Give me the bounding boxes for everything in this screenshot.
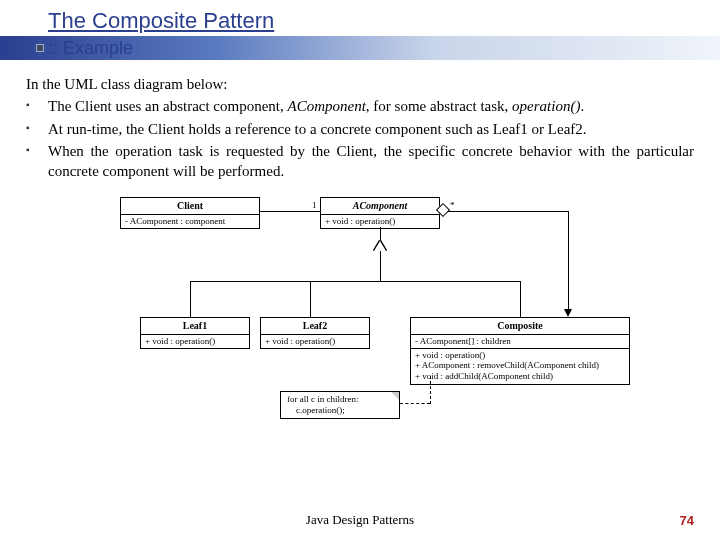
bullet-item: The Client uses an abstract component, A…: [48, 96, 694, 116]
uml-line: [448, 211, 568, 212]
uml-line: [310, 281, 311, 317]
uml-multiplicity: 1: [312, 199, 317, 211]
uml-line: [568, 211, 569, 311]
uml-note-link: [430, 376, 431, 404]
uml-class-acomponent: AComponent + void : operation(): [320, 197, 440, 228]
subtitle-bar: :: Example: [0, 36, 720, 60]
page-title: The Composite Pattern: [48, 8, 720, 34]
content: In the UML class diagram below: The Clie…: [0, 60, 720, 441]
uml-class-leaf1: Leaf1 + void : operation(): [140, 317, 250, 348]
uml-class-composite: Composite - AComponent[] : children + vo…: [410, 317, 630, 385]
bullet-item: At run-time, the Client holds a referenc…: [48, 119, 694, 139]
uml-class-client: Client - AComponent : component: [120, 197, 260, 228]
uml-note-link: [400, 403, 430, 404]
uml-line: [190, 281, 191, 317]
bullet-icon: [36, 44, 44, 52]
uml-line: [190, 281, 520, 282]
uml-note: for all c in children: c.operation();: [280, 391, 400, 419]
uml-line: [380, 251, 381, 281]
arrow-down-icon: [564, 309, 572, 317]
uml-class-leaf2: Leaf2 + void : operation(): [260, 317, 370, 348]
uml-association: [260, 211, 320, 212]
page-number: 74: [680, 513, 694, 528]
page-subtitle: :: Example: [48, 38, 133, 59]
uml-line: [520, 281, 521, 317]
uml-diagram: Client - AComponent : component ACompone…: [90, 191, 630, 441]
intro-text: In the UML class diagram below:: [26, 74, 694, 94]
uml-multiplicity: *: [450, 199, 455, 211]
bullet-item: When the operation task is requested by …: [48, 141, 694, 182]
uml-generalization-icon: [374, 241, 386, 251]
footer-text: Java Design Patterns: [0, 512, 720, 528]
